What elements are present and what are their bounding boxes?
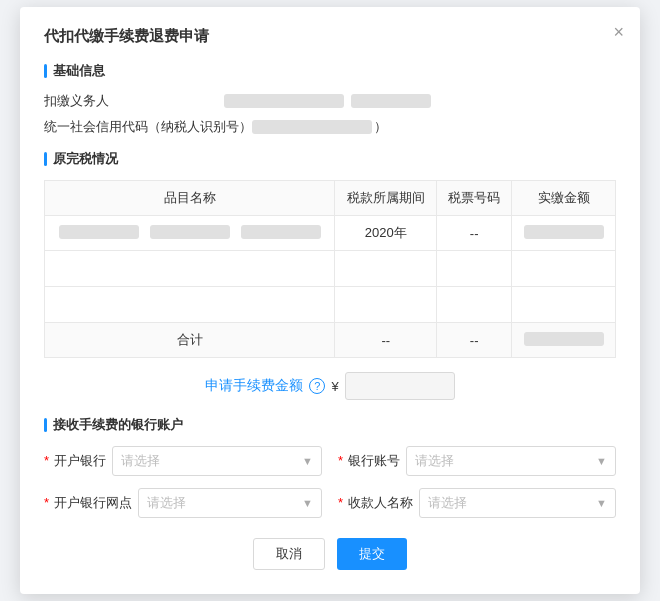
bank-field-label: * 开户银行 [44, 452, 106, 470]
cell-ticket: -- [437, 216, 512, 251]
fee-amount-label: 申请手续费金额 [205, 377, 303, 395]
tax-code-label: 统一社会信用代码（纳税人识别号） [44, 118, 252, 136]
dialog-title: 代扣代缴手续费退费申请 [44, 27, 616, 46]
cell-name-value [59, 225, 139, 239]
section-bank-title: 接收手续费的银行账户 [44, 416, 616, 434]
branch-placeholder: 请选择 [147, 494, 186, 512]
form-row-2: * 开户银行网点 请选择 ▼ * 收款人名称 请选择 ▼ [44, 488, 616, 518]
withholding-row: 扣缴义务人 [44, 92, 616, 110]
cell-name [45, 216, 335, 251]
account-field: * 银行账号 请选择 ▼ [338, 446, 616, 476]
branch-chevron-icon: ▼ [302, 497, 313, 509]
empty-cell-7 [437, 287, 512, 323]
withholding-value [224, 94, 344, 108]
account-placeholder: 请选择 [415, 452, 454, 470]
branch-field: * 开户银行网点 请选择 ▼ [44, 488, 322, 518]
payee-field-label: * 收款人名称 [338, 494, 413, 512]
fee-amount-input[interactable] [345, 372, 455, 400]
bank-placeholder: 请选择 [121, 452, 160, 470]
payee-chevron-icon: ▼ [596, 497, 607, 509]
required-star-3: * [44, 495, 49, 510]
account-select[interactable]: 请选择 ▼ [406, 446, 616, 476]
cell-amount-value [524, 225, 604, 239]
section-basic-info-label: 基础信息 [53, 62, 105, 80]
fee-currency: ¥ [331, 379, 338, 394]
total-amount-value [524, 332, 604, 346]
dialog: 代扣代缴手续费退费申请 × 基础信息 扣缴义务人 统一社会信用代码（纳税人识别号… [20, 7, 640, 594]
cell-amount [512, 216, 616, 251]
col-header-ticket: 税票号码 [437, 181, 512, 216]
section-basic-info: 基础信息 [44, 62, 616, 80]
empty-cell-1 [45, 251, 335, 287]
bank-field: * 开户银行 请选择 ▼ [44, 446, 322, 476]
cell-name-value3 [241, 225, 321, 239]
total-amount [512, 323, 616, 358]
bank-select[interactable]: 请选择 ▼ [112, 446, 322, 476]
col-header-amount: 实缴金额 [512, 181, 616, 216]
submit-button[interactable]: 提交 [337, 538, 407, 570]
withholding-label: 扣缴义务人 [44, 92, 224, 110]
section-bank-label: 接收手续费的银行账户 [53, 416, 183, 434]
bank-chevron-icon: ▼ [302, 455, 313, 467]
close-button[interactable]: × [613, 23, 624, 41]
fee-amount-row: 申请手续费金额 ? ¥ [44, 372, 616, 400]
dialog-footer: 取消 提交 [44, 538, 616, 570]
empty-cell-3 [437, 251, 512, 287]
empty-cell-6 [335, 287, 437, 323]
cancel-button[interactable]: 取消 [253, 538, 325, 570]
tax-code-row: 统一社会信用代码（纳税人识别号） ） [44, 118, 616, 136]
payee-select[interactable]: 请选择 ▼ [419, 488, 616, 518]
cell-name-value2 [150, 225, 230, 239]
account-field-label: * 银行账号 [338, 452, 400, 470]
payee-label: 收款人名称 [348, 495, 413, 510]
bank-section: 接收手续费的银行账户 * 开户银行 请选择 ▼ * 银行账号 请选择 [44, 416, 616, 518]
branch-label: 开户银行网点 [54, 495, 132, 510]
branch-select[interactable]: 请选择 ▼ [138, 488, 322, 518]
total-ticket: -- [437, 323, 512, 358]
col-header-period: 税款所属期间 [335, 181, 437, 216]
payee-placeholder: 请选择 [428, 494, 467, 512]
total-row: 合计 -- -- [45, 323, 616, 358]
empty-cell-4 [512, 251, 616, 287]
required-star-4: * [338, 495, 343, 510]
required-star-1: * [44, 453, 49, 468]
required-star-2: * [338, 453, 343, 468]
account-label: 银行账号 [348, 453, 400, 468]
form-row-1: * 开户银行 请选择 ▼ * 银行账号 请选择 ▼ [44, 446, 616, 476]
cell-period: 2020年 [335, 216, 437, 251]
payee-field: * 收款人名称 请选择 ▼ [338, 488, 616, 518]
empty-cell-5 [45, 287, 335, 323]
empty-cell-2 [335, 251, 437, 287]
empty-cell-8 [512, 287, 616, 323]
account-chevron-icon: ▼ [596, 455, 607, 467]
bank-label: 开户银行 [54, 453, 106, 468]
total-label: 合计 [45, 323, 335, 358]
tax-table: 品目名称 税款所属期间 税票号码 实缴金额 2020年 -- [44, 180, 616, 358]
col-header-name: 品目名称 [45, 181, 335, 216]
branch-field-label: * 开户银行网点 [44, 494, 132, 512]
section-tax-info: 原完税情况 [44, 150, 616, 168]
tax-code-suffix: ） [374, 118, 387, 136]
section-tax-info-label: 原完税情况 [53, 150, 118, 168]
tax-code-value [252, 120, 372, 134]
fee-question-icon[interactable]: ? [309, 378, 325, 394]
empty-row-2 [45, 287, 616, 323]
empty-row-1 [45, 251, 616, 287]
total-period: -- [335, 323, 437, 358]
withholding-value-extra [351, 94, 431, 108]
table-row: 2020年 -- [45, 216, 616, 251]
